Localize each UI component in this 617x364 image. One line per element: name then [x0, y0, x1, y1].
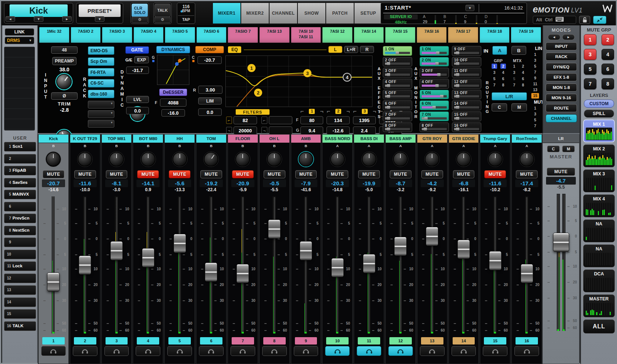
layer-mix-1[interactable]: MIX 1: [583, 119, 615, 142]
mute-num-1[interactable]: 1: [531, 106, 539, 111]
rack-empty-slot[interactable]: [88, 110, 114, 118]
layer-dca[interactable]: DCA: [583, 270, 615, 292]
fader-track[interactable]: [274, 197, 275, 332]
eq-band-gain[interactable]: 9.4: [300, 126, 323, 135]
fader-value[interactable]: -20.7: [42, 179, 65, 187]
fader-value[interactable]: -19.2: [200, 179, 223, 187]
fader-cap[interactable]: [521, 264, 533, 283]
pan-knob[interactable]: [39, 148, 68, 170]
pan-knob[interactable]: [165, 148, 195, 170]
mode-mon-1-8[interactable]: MON 1-8: [546, 83, 577, 92]
layer-master[interactable]: MASTER: [583, 295, 615, 317]
lpf2-icon[interactable]: ¬: [261, 127, 267, 134]
mute-num-5[interactable]: 5: [531, 117, 539, 123]
input-tile[interactable]: 7ASI 18: [479, 27, 510, 43]
mute-num-3[interactable]: 3: [531, 111, 539, 117]
aux-send-1-on[interactable]: 1 ON: [420, 46, 449, 56]
mode-mon-9-16[interactable]: MON 9-16: [546, 94, 577, 102]
aux-send-2-on[interactable]: 2 ON: [420, 57, 449, 67]
aux-send-8-off[interactable]: 8 OFF: [383, 122, 412, 132]
expander-mode-button[interactable]: EXP: [134, 56, 149, 63]
master-center-button[interactable]: C: [547, 146, 560, 152]
user-slot-13[interactable]: 13: [4, 285, 36, 295]
fader-value[interactable]: -8.7: [389, 179, 412, 187]
pan-knob[interactable]: [102, 148, 132, 170]
headphone-button[interactable]: [104, 346, 129, 356]
mode-channel[interactable]: CHANNEL: [546, 114, 577, 122]
mute-group-4[interactable]: 4: [602, 49, 614, 60]
deesser-freq-value[interactable]: 4088: [160, 99, 186, 107]
fader-cap[interactable]: [300, 241, 312, 260]
mute-button[interactable]: MUTE: [327, 170, 348, 178]
channel-name[interactable]: OH L: [260, 135, 289, 143]
user-slot-10[interactable]: 10: [4, 250, 36, 259]
user-slot-3[interactable]: 3FlipAB: [4, 166, 36, 175]
hpf2-icon[interactable]: ⌐: [261, 117, 267, 124]
comp-button[interactable]: COMP: [195, 46, 224, 53]
user-slot-6[interactable]: 6: [4, 202, 36, 211]
modes-next-button[interactable]: ►: [562, 34, 575, 40]
channel-name[interactable]: GTR ROY: [417, 135, 447, 143]
hpf-icon[interactable]: ⌐: [226, 117, 232, 124]
headphone-button[interactable]: [199, 346, 224, 356]
link-group-list[interactable]: [4, 47, 35, 131]
mtx-assign-3[interactable]: 3: [511, 70, 517, 75]
pan-knob[interactable]: [386, 148, 416, 170]
rack-plugin[interactable]: EMO-D5: [88, 46, 114, 55]
grp-assign-4[interactable]: 4: [500, 70, 506, 75]
fader[interactable]: 105051020305060: [354, 193, 384, 336]
tab-mixer1[interactable]: MIXER1: [213, 3, 241, 24]
link-num-3[interactable]: 3: [531, 58, 539, 63]
tab-setup[interactable]: SETUP: [354, 3, 382, 24]
fader-value[interactable]: -8.1: [105, 179, 128, 187]
input-tile[interactable]: 7ASIO 3: [102, 27, 132, 43]
input-tile[interactable]: 7ASI 15: [385, 27, 416, 43]
mtx-assign-1[interactable]: 1: [511, 64, 517, 69]
deesser-button[interactable]: DeESSER: [159, 89, 187, 96]
user-slot-9[interactable]: 9: [4, 238, 36, 247]
layer-mix-2[interactable]: MIX 2: [583, 144, 615, 167]
fader[interactable]: 105051020305060: [386, 193, 416, 336]
mute-button[interactable]: MUTE: [43, 170, 64, 178]
fader[interactable]: 105051020305060: [322, 193, 352, 336]
clr-solo-button[interactable]: CLRSOLO: [132, 4, 148, 17]
mute-num-7[interactable]: 7: [531, 123, 539, 129]
comp-threshold-value[interactable]: -20.7: [197, 56, 222, 64]
grp-assign-8[interactable]: 8: [500, 82, 506, 88]
channel-prev-button[interactable]: ◄: [6, 16, 15, 22]
headphone-button[interactable]: [483, 346, 507, 356]
eq-graph[interactable]: 1 2 3 4: [225, 56, 372, 107]
user-slot-12[interactable]: 12: [4, 274, 36, 283]
master-mute-button[interactable]: MUTE: [547, 168, 575, 176]
input-tile[interactable]: 7ASIO 2: [71, 27, 101, 43]
headphone-button[interactable]: [420, 346, 445, 356]
comp-ratio-value[interactable]: 3.00: [198, 86, 222, 94]
eq-band-gain[interactable]: 2.4: [353, 126, 376, 135]
fader-track[interactable]: [179, 197, 181, 332]
aux-send-15-off[interactable]: 15 OFF: [452, 111, 481, 121]
eq-button[interactable]: EQ: [228, 46, 241, 53]
gate-gain-value[interactable]: 0.0: [126, 107, 149, 114]
master-name[interactable]: LR: [543, 135, 579, 143]
rack-plugin[interactable]: dbx-160: [88, 90, 114, 98]
channel-name[interactable]: Kick: [39, 135, 68, 143]
headphone-button[interactable]: [452, 346, 476, 356]
fader-cap[interactable]: [457, 240, 470, 259]
aux-send-13-off[interactable]: 13 OFF: [452, 90, 481, 100]
pan-knob[interactable]: [322, 148, 352, 170]
aux-send-8-off[interactable]: 8 OFF: [420, 122, 449, 132]
hpf-freq-value[interactable]: 82: [233, 116, 257, 124]
headphone-button[interactable]: [294, 346, 318, 356]
pan-knob[interactable]: [228, 148, 258, 170]
phantom-48v-button[interactable]: 48: [51, 46, 78, 54]
aux-send-10-off[interactable]: 10 OFF: [452, 57, 481, 67]
pan-knob[interactable]: [196, 148, 226, 170]
headphone-button[interactable]: [167, 346, 192, 356]
fader-value[interactable]: -20.3: [326, 179, 349, 187]
headphone-button[interactable]: [388, 346, 413, 356]
mode-dyn-eq[interactable]: DYN/EQ: [546, 63, 577, 71]
layer-custom-button[interactable]: CUSTOM: [584, 100, 614, 108]
input-tile[interactable]: 7ASI 16: [417, 27, 447, 43]
tap-tempo-button[interactable]: TAP: [178, 15, 194, 23]
layer-spill-button[interactable]: SPILL: [584, 110, 614, 118]
